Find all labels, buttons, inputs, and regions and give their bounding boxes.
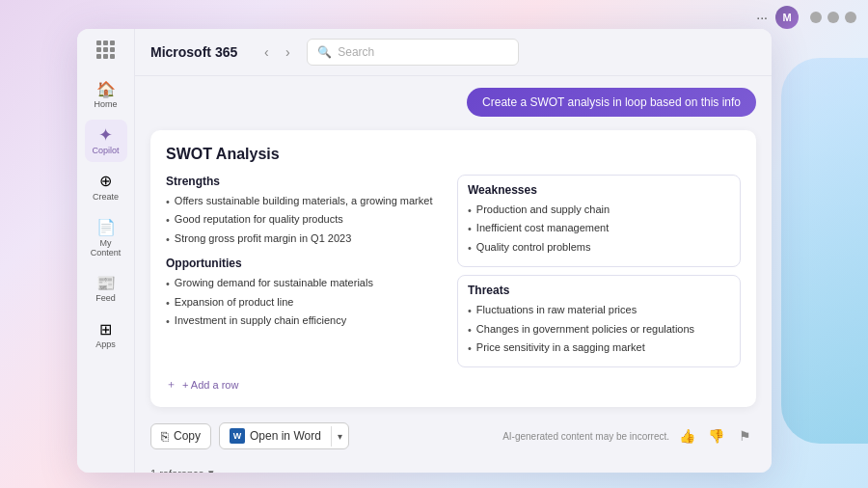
swot-weaknesses-section: Weaknesses • Production and supply chain… xyxy=(457,175,741,267)
bullet-icon: • xyxy=(166,195,170,209)
maximize-button[interactable] xyxy=(827,12,839,23)
back-button[interactable]: ‹ xyxy=(257,42,276,62)
chat-area: Create a SWOT analysis in loop based on … xyxy=(135,76,772,473)
ai-disclaimer: AI-generated content may be incorrect. xyxy=(502,431,669,442)
bullet-icon: • xyxy=(468,341,472,356)
weakness-item-3: • Quality control problems xyxy=(468,240,730,256)
bullet-icon: • xyxy=(468,241,472,256)
apps-grid-icon[interactable] xyxy=(96,41,116,60)
bullet-icon: • xyxy=(468,203,472,218)
bullet-icon: • xyxy=(166,277,170,291)
sidebar-item-apps[interactable]: ⊞ Apps xyxy=(85,313,127,356)
reference-label: 1 reference xyxy=(150,468,204,473)
action-left: ⎘ Copy W Open in Word ▾ xyxy=(150,422,349,449)
swot-strengths-section: Strengths • Offers sustainable building … xyxy=(166,175,449,247)
thumbs-up-button[interactable]: 👍 xyxy=(675,424,698,447)
sidebar-item-create[interactable]: ⊕ Create xyxy=(85,166,127,208)
create-icon: ⊕ xyxy=(96,172,116,191)
app-title: Microsoft 365 xyxy=(150,44,237,60)
swot-opportunities-section: Opportunities • Growing demand for susta… xyxy=(166,257,449,329)
sidebar-label-create: Create xyxy=(93,193,119,203)
action-right: AI-generated content may be incorrect. 👍… xyxy=(502,424,756,447)
copy-icon: ⎘ xyxy=(161,429,169,444)
add-row[interactable]: ＋ + Add a row xyxy=(166,377,741,392)
add-row-label: + Add a row xyxy=(182,379,238,391)
sidebar: 🏠 Home ✦ Copilot ⊕ Create 📄 My Content 📰… xyxy=(77,29,135,473)
nav-arrows: ‹ › xyxy=(257,42,297,62)
header: Microsoft 365 ‹ › 🔍 Search xyxy=(135,29,772,76)
sidebar-item-feed[interactable]: 📰 Feed xyxy=(85,267,127,310)
word-icon: W xyxy=(230,428,245,444)
bullet-icon: • xyxy=(468,323,472,338)
copy-label: Copy xyxy=(174,429,201,443)
create-swot-button[interactable]: Create a SWOT analysis in loop based on … xyxy=(467,88,756,117)
sidebar-label-apps: Apps xyxy=(95,340,116,350)
swot-title: SWOT Analysis xyxy=(166,146,741,163)
swot-right-column: Weaknesses • Production and supply chain… xyxy=(457,175,741,367)
threat-item-3: • Price sensitivity in a sagging market xyxy=(468,340,730,356)
app-container: 🏠 Home ✦ Copilot ⊕ Create 📄 My Content 📰… xyxy=(77,29,772,473)
apps-icon: ⊞ xyxy=(96,319,116,339)
bullet-icon: • xyxy=(166,232,170,247)
strength-item-1: • Offers sustainable building materials,… xyxy=(166,194,449,209)
bullet-icon: • xyxy=(468,304,472,318)
bullet-icon: • xyxy=(166,314,170,329)
swot-left-column: Strengths • Offers sustainable building … xyxy=(166,175,449,367)
search-icon: 🔍 xyxy=(317,45,332,59)
bullet-icon: • xyxy=(166,213,170,228)
avatar: M xyxy=(775,6,799,29)
opportunity-item-2: • Expansion of product line xyxy=(166,295,449,311)
open-word-label: Open in Word xyxy=(250,429,321,443)
strengths-title: Strengths xyxy=(166,175,449,188)
close-button[interactable] xyxy=(845,12,856,23)
weakness-item-1: • Production and supply chain xyxy=(468,203,730,218)
weaknesses-title: Weaknesses xyxy=(468,183,730,197)
strength-item-3: • Strong gross profit margin in Q1 2023 xyxy=(166,231,449,247)
sidebar-item-my-content[interactable]: 📄 My Content xyxy=(85,212,127,264)
thumbs-down-button[interactable]: 👎 xyxy=(704,424,727,447)
sidebar-label-feed: Feed xyxy=(95,294,116,304)
search-bar[interactable]: 🔍 Search xyxy=(307,39,519,66)
reference-row[interactable]: 1 reference ▾ xyxy=(150,465,756,473)
decorative-glass xyxy=(781,58,868,444)
copy-button[interactable]: ⎘ Copy xyxy=(150,423,211,449)
more-icon[interactable]: ··· xyxy=(756,10,768,25)
strength-item-2: • Good reputation for quality products xyxy=(166,212,449,228)
window-chrome: ··· M xyxy=(745,0,868,35)
home-icon: 🏠 xyxy=(96,79,116,98)
opportunity-item-3: • Investment in supply chain efficiency xyxy=(166,313,449,329)
add-row-icon: ＋ xyxy=(166,377,176,392)
open-word-main[interactable]: W Open in Word xyxy=(220,423,331,448)
reference-chevron-icon: ▾ xyxy=(208,467,214,473)
open-word-button[interactable]: W Open in Word ▾ xyxy=(219,422,349,449)
opportunity-item-1: • Growing demand for sustainable materia… xyxy=(166,276,449,291)
bullet-icon: • xyxy=(468,222,472,236)
sidebar-label-my-content: My Content xyxy=(89,239,123,258)
action-bar: ⎘ Copy W Open in Word ▾ AI-generated con… xyxy=(150,417,756,455)
search-placeholder-text: Search xyxy=(338,45,374,59)
minimize-button[interactable] xyxy=(810,12,822,23)
main-content: Microsoft 365 ‹ › 🔍 Search Create a SWOT… xyxy=(135,29,772,473)
swot-grid: Strengths • Offers sustainable building … xyxy=(166,175,741,367)
threat-item-2: • Changes in government policies or regu… xyxy=(468,322,730,338)
threat-item-1: • Fluctuations in raw material prices xyxy=(468,303,730,318)
opportunities-title: Opportunities xyxy=(166,257,449,270)
sidebar-label-home: Home xyxy=(94,100,117,110)
feed-icon: 📰 xyxy=(96,273,116,292)
copilot-icon: ✦ xyxy=(96,125,116,145)
swot-threats-section: Threats • Fluctuations in raw material p… xyxy=(457,275,741,367)
swot-card: SWOT Analysis Strengths • Offers sustain… xyxy=(150,130,756,407)
forward-button[interactable]: › xyxy=(278,42,297,62)
sidebar-item-home[interactable]: 🏠 Home xyxy=(85,73,127,116)
weakness-item-2: • Inefficient cost management xyxy=(468,221,730,236)
threats-title: Threats xyxy=(468,284,730,297)
bullet-icon: • xyxy=(166,296,170,311)
sidebar-item-copilot[interactable]: ✦ Copilot xyxy=(85,120,127,162)
my-content-icon: 📄 xyxy=(96,218,116,237)
flag-button[interactable]: ⚑ xyxy=(733,424,756,447)
sidebar-label-copilot: Copilot xyxy=(92,147,119,156)
open-word-chevron[interactable]: ▾ xyxy=(331,426,348,447)
